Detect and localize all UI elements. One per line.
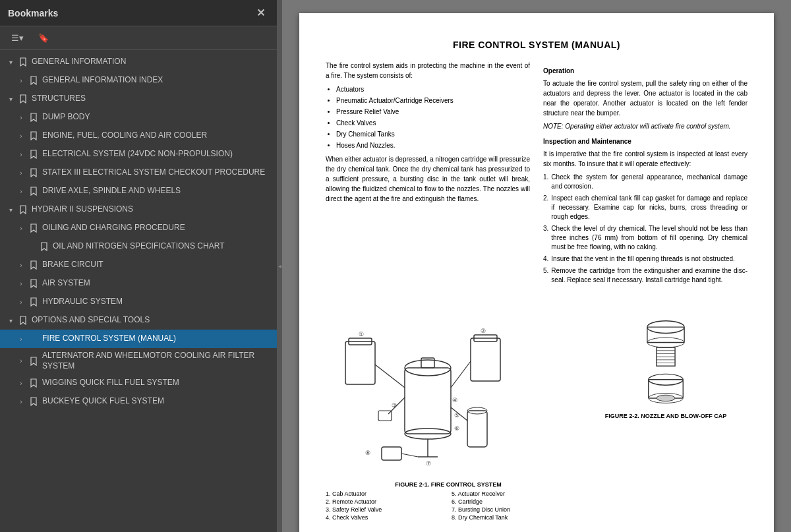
svg-rect-6 bbox=[471, 338, 500, 381]
bookmark-label: DRIVE AXLE, SPINDLE AND WHEELS bbox=[42, 186, 272, 196]
chevron-icon: › bbox=[16, 167, 26, 178]
bookmark-label: DUMP BODY bbox=[42, 112, 272, 123]
bookmark-icon bbox=[18, 315, 28, 326]
bookmark-label: AIR SYSTEM bbox=[42, 278, 272, 289]
bookmark-icon bbox=[18, 204, 28, 215]
bookmark-label: ENGINE, FUEL, COOLING AND AIR COOLER bbox=[42, 131, 272, 141]
svg-point-39 bbox=[657, 395, 675, 401]
bookmark-item-general-info-index[interactable]: › GENERAL INFORMATION INDEX bbox=[0, 71, 277, 90]
svg-text:⑥: ⑥ bbox=[454, 425, 459, 432]
chevron-icon: › bbox=[16, 186, 26, 196]
bookmark-label: HYDRAIR II SUSPENSIONS bbox=[32, 204, 272, 215]
bookmark-icon bbox=[29, 75, 38, 86]
figure-1-diagram: ① ② ③ ④ ⑤ ⑥ ⑦ ⑧ bbox=[326, 302, 510, 473]
svg-rect-28 bbox=[647, 327, 684, 342]
toolbar-menu-button[interactable]: ☰▾ bbox=[7, 30, 28, 45]
chevron-icon: › bbox=[16, 396, 26, 407]
legend-item: 3. Safety Relief Valve bbox=[326, 506, 445, 513]
chevron-icon: ▾ bbox=[5, 315, 16, 326]
inspection-item: 4.Insure that the vent in the fill openi… bbox=[543, 254, 747, 264]
svg-rect-0 bbox=[405, 368, 451, 434]
chevron-icon: › bbox=[16, 131, 26, 141]
note-text: NOTE: Operating either actuator will act… bbox=[543, 122, 747, 131]
svg-rect-4 bbox=[345, 341, 375, 384]
bookmark-item-structures[interactable]: ▾ STRUCTURES bbox=[0, 90, 277, 108]
bookmark-item-general-info[interactable]: ▾ GENERAL INFORMATION bbox=[0, 53, 277, 71]
bookmark-item-engine-fuel[interactable]: › ENGINE, FUEL, COOLING AND AIR COOLER bbox=[0, 127, 277, 145]
bookmark-icon bbox=[29, 278, 38, 289]
legend-item: 4. Check Valves bbox=[326, 514, 445, 521]
inspection-item: 3.Check the level of dry chemical. The l… bbox=[543, 224, 747, 252]
bookmark-icon: 🔖 bbox=[38, 33, 49, 43]
bookmark-icon bbox=[29, 167, 38, 178]
svg-text:④: ④ bbox=[452, 397, 457, 403]
bookmarks-list: ▾ GENERAL INFORMATION› GENERAL INFORMATI… bbox=[0, 50, 277, 532]
chevron-icon: › bbox=[16, 297, 26, 307]
bookmarks-panel: Bookmarks ✕ ☰▾ 🔖 ▾ GENERAL INFORMATION› … bbox=[0, 0, 277, 532]
system-components-list: ActuatorsPneumatic Actuator/Cartridge Re… bbox=[336, 84, 530, 150]
chevron-icon: ▾ bbox=[5, 94, 16, 104]
chevron-icon: › bbox=[16, 112, 26, 123]
bookmark-item-air-system[interactable]: › AIR SYSTEM bbox=[0, 274, 277, 293]
bookmark-item-hydraulic[interactable]: › HYDRAULIC SYSTEM bbox=[0, 293, 277, 311]
chevron-icon: ▾ bbox=[5, 204, 16, 215]
bookmark-item-hydrair[interactable]: ▾ HYDRAIR II SUSPENSIONS bbox=[0, 200, 277, 219]
bookmark-item-options[interactable]: ▾ OPTIONS AND SPECIAL TOOLS bbox=[0, 311, 277, 330]
bookmark-icon bbox=[40, 241, 49, 252]
bookmark-item-fire-control[interactable]: ›FIRE CONTROL SYSTEM (MANUAL) bbox=[0, 330, 277, 348]
bookmark-label: WIGGINS QUICK FILL FUEL SYSTEM bbox=[42, 378, 272, 388]
svg-line-16 bbox=[401, 454, 418, 457]
close-button[interactable]: ✕ bbox=[252, 5, 269, 20]
figures-area: ① ② ③ ④ ⑤ ⑥ ⑦ ⑧ FIGURE 2-1. FIRE CONTROL… bbox=[326, 302, 747, 521]
operation-text: To actuate the fire control system, pull… bbox=[543, 78, 747, 118]
left-column: The fire control system aids in protecti… bbox=[326, 61, 530, 289]
toolbar-bookmark-button[interactable]: 🔖 bbox=[34, 30, 53, 45]
bookmark-item-dump-body[interactable]: › DUMP BODY bbox=[0, 108, 277, 127]
legend-item: 7. Bursting Disc Union bbox=[452, 506, 571, 513]
svg-text:②: ② bbox=[481, 328, 486, 334]
component-item: Hoses And Nozzles. bbox=[336, 140, 530, 150]
bookmark-item-statex[interactable]: › STATEX III ELECTRICAL SYSTEM CHECKOUT … bbox=[0, 163, 277, 182]
bookmark-icon bbox=[29, 112, 38, 123]
right-column: Operation To actuate the fire control sy… bbox=[543, 61, 747, 289]
inspection-heading: Inspection and Maintenance bbox=[543, 136, 747, 146]
figure-1-legend: 1. Cab Actuator5. Actuator Receiver2. Re… bbox=[326, 490, 571, 521]
bookmark-item-drive-axle[interactable]: › DRIVE AXLE, SPINDLE AND WHEELS bbox=[0, 182, 277, 200]
doc-title: FIRE CONTROL SYSTEM (MANUAL) bbox=[326, 40, 747, 50]
bookmark-item-buckeye[interactable]: › BUCKEYE QUICK FUEL SYSTEM bbox=[0, 392, 277, 411]
bookmark-item-wiggins[interactable]: › WIGGINS QUICK FILL FUEL SYSTEM bbox=[0, 374, 277, 392]
svg-rect-15 bbox=[382, 447, 401, 460]
bookmark-item-brake-circuit[interactable]: › BRAKE CIRCUIT bbox=[0, 256, 277, 274]
chevron-icon: › bbox=[16, 75, 26, 86]
body-text: When either actuator is depressed, a nit… bbox=[326, 154, 530, 204]
bookmark-icon bbox=[29, 260, 38, 270]
chevron-icon: › bbox=[16, 260, 26, 270]
bookmark-icon bbox=[29, 149, 38, 160]
bookmark-icon bbox=[29, 297, 38, 307]
chevron-icon: ▾ bbox=[5, 57, 16, 67]
bookmark-label: BUCKEYE QUICK FUEL SYSTEM bbox=[42, 396, 272, 407]
svg-line-9 bbox=[451, 361, 471, 388]
intro-text: The fire control system aids in protecti… bbox=[326, 61, 530, 80]
bookmark-item-alternator[interactable]: › ALTERNATOR AND WHEELMOTOR COOLING AIR … bbox=[0, 348, 277, 374]
inspection-item: 5.Remove the cartridge from the extingui… bbox=[543, 266, 747, 285]
bookmarks-toolbar: ☰▾ 🔖 bbox=[0, 26, 277, 50]
figure-1-area: ① ② ③ ④ ⑤ ⑥ ⑦ ⑧ FIGURE 2-1. FIRE CONTROL… bbox=[326, 302, 571, 521]
bookmark-item-oiling[interactable]: › OILING AND CHARGING PROCEDURE bbox=[0, 219, 277, 237]
figure-2-diagram bbox=[626, 309, 705, 407]
svg-text:⑤: ⑤ bbox=[454, 412, 459, 419]
bookmark-icon bbox=[29, 378, 38, 388]
svg-line-8 bbox=[375, 365, 405, 388]
chevron-icon: › bbox=[16, 378, 26, 388]
legend-item: 6. Cartridge bbox=[452, 498, 571, 505]
main-content: The fire control system aids in protecti… bbox=[326, 61, 747, 289]
bookmark-label: OIL AND NITROGEN SPECIFICATIONS CHART bbox=[53, 241, 272, 252]
bookmark-item-oil-nitrogen[interactable]: OIL AND NITROGEN SPECIFICATIONS CHART bbox=[0, 237, 277, 256]
bookmark-label: STRUCTURES bbox=[32, 94, 272, 104]
operation-heading: Operation bbox=[543, 66, 747, 76]
bookmark-label: OILING AND CHARGING PROCEDURE bbox=[42, 223, 272, 233]
bookmark-item-electrical[interactable]: › ELECTRICAL SYSTEM (24VDC NON-PROPULSIO… bbox=[0, 145, 277, 163]
document-panel: FIRE CONTROL SYSTEM (MANUAL) The fire co… bbox=[282, 0, 791, 532]
resize-handle[interactable] bbox=[277, 0, 282, 532]
bookmark-label: ELECTRICAL SYSTEM (24VDC NON-PROPULSION) bbox=[42, 149, 272, 160]
